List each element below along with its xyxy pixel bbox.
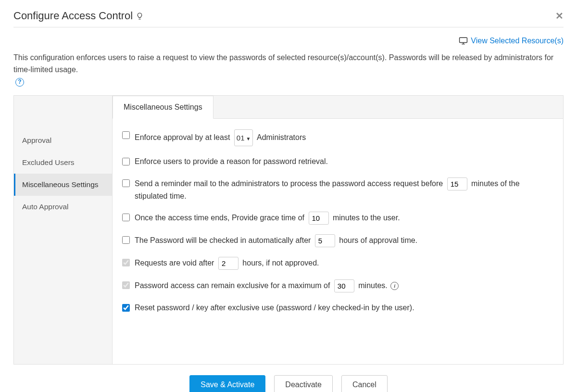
checkin-prefix: The Password will be checked in automati… bbox=[135, 236, 311, 244]
help-icon[interactable]: ? bbox=[15, 78, 24, 87]
checkin-checkbox[interactable] bbox=[122, 236, 130, 244]
sidebar: Approval Excluded Users Miscellaneous Se… bbox=[14, 96, 112, 364]
page-title-text: Configure Access Control bbox=[13, 10, 133, 22]
content-area: Miscellaneous Settings Enforce approval … bbox=[112, 96, 563, 364]
exclusive-minutes-input[interactable] bbox=[334, 279, 354, 292]
setting-reminder: Send a reminder mail to the administrato… bbox=[122, 177, 553, 202]
page-title: Configure Access Control bbox=[13, 10, 144, 22]
config-panel: Approval Excluded Users Miscellaneous Se… bbox=[13, 95, 564, 365]
setting-reset: Reset password / key after exclusive use… bbox=[122, 302, 553, 314]
grace-text: Once the access time ends, Provide grace… bbox=[135, 212, 553, 225]
grace-checkbox[interactable] bbox=[122, 214, 130, 221]
void-suffix: hours, if not approved. bbox=[242, 259, 319, 267]
setting-void: Requests are void after hours, if not ap… bbox=[122, 257, 553, 270]
chevron-down-icon: ▼ bbox=[246, 136, 251, 141]
void-prefix: Requests are void after bbox=[135, 259, 214, 267]
reset-text: Reset password / key after exclusive use… bbox=[135, 302, 553, 314]
admin-count-value: 01 bbox=[237, 134, 245, 142]
enforce-approval-text: Enforce approval by at least 01▼ Adminis… bbox=[135, 129, 553, 146]
reset-checkbox[interactable] bbox=[122, 304, 130, 312]
view-resources-link[interactable]: View Selected Resource(s) bbox=[471, 37, 564, 45]
sidebar-item-auto-approval[interactable]: Auto Approval bbox=[14, 196, 112, 218]
description-text: This configuration enforces users to rai… bbox=[13, 52, 564, 87]
checkin-hours-input[interactable] bbox=[315, 234, 335, 247]
reminder-text: Send a reminder mail to the administrato… bbox=[135, 177, 553, 202]
enforce-approval-prefix: Enforce approval by at least bbox=[135, 133, 230, 141]
setting-checkin: The Password will be checked in automati… bbox=[122, 234, 553, 247]
dialog-header: Configure Access Control ✕ bbox=[13, 10, 564, 27]
deactivate-button[interactable]: Deactivate bbox=[274, 375, 333, 392]
sidebar-item-approval[interactable]: Approval bbox=[14, 129, 112, 152]
setting-grace: Once the access time ends, Provide grace… bbox=[122, 212, 553, 225]
setting-exclusive: Password access can remain exclusive for… bbox=[122, 279, 553, 292]
exclusive-checkbox bbox=[122, 281, 130, 289]
exclusive-text: Password access can remain exclusive for… bbox=[135, 279, 553, 292]
reminder-prefix: Send a reminder mail to the administrato… bbox=[135, 179, 443, 187]
description-content: This configuration enforces users to rai… bbox=[13, 52, 564, 76]
setting-enforce-approval: Enforce approval by at least 01▼ Adminis… bbox=[122, 129, 553, 146]
tab-strip: Miscellaneous Settings bbox=[113, 96, 563, 119]
void-hours-input[interactable] bbox=[218, 257, 238, 270]
reminder-minutes-input[interactable] bbox=[447, 177, 467, 190]
enforce-reason-text: Enforce users to provide a reason for pa… bbox=[135, 156, 553, 168]
view-resources-bar: View Selected Resource(s) bbox=[13, 36, 564, 45]
void-checkbox bbox=[122, 259, 130, 266]
save-activate-button[interactable]: Save & Activate bbox=[189, 375, 265, 392]
enforce-approval-checkbox[interactable] bbox=[122, 131, 130, 139]
admin-count-select[interactable]: 01▼ bbox=[234, 129, 253, 146]
setting-enforce-reason: Enforce users to provide a reason for pa… bbox=[122, 156, 553, 168]
reminder-checkbox[interactable] bbox=[122, 179, 130, 187]
svg-rect-0 bbox=[460, 38, 467, 42]
void-text: Requests are void after hours, if not ap… bbox=[135, 257, 553, 270]
close-icon[interactable]: ✕ bbox=[555, 10, 564, 22]
info-icon[interactable]: i bbox=[390, 282, 399, 290]
enforce-reason-checkbox[interactable] bbox=[122, 158, 130, 165]
sidebar-item-miscellaneous-settings[interactable]: Miscellaneous Settings bbox=[14, 174, 112, 196]
checkin-text: The Password will be checked in automati… bbox=[135, 234, 553, 247]
lightbulb-icon[interactable] bbox=[136, 12, 144, 20]
checkin-suffix: hours of approval time. bbox=[339, 236, 417, 244]
monitor-icon bbox=[459, 36, 468, 45]
settings-body: Enforce approval by at least 01▼ Adminis… bbox=[113, 119, 563, 335]
cancel-button[interactable]: Cancel bbox=[341, 375, 388, 392]
enforce-approval-suffix: Administrators bbox=[257, 133, 306, 141]
exclusive-suffix: minutes. bbox=[358, 281, 387, 290]
tab-miscellaneous-settings[interactable]: Miscellaneous Settings bbox=[113, 96, 213, 119]
grace-minutes-input[interactable] bbox=[309, 212, 329, 225]
button-bar: Save & Activate Deactivate Cancel bbox=[13, 370, 564, 392]
grace-suffix: minutes to the user. bbox=[333, 214, 400, 222]
exclusive-prefix: Password access can remain exclusive for… bbox=[135, 281, 330, 290]
grace-prefix: Once the access time ends, Provide grace… bbox=[135, 214, 304, 222]
sidebar-item-excluded-users[interactable]: Excluded Users bbox=[14, 152, 112, 174]
